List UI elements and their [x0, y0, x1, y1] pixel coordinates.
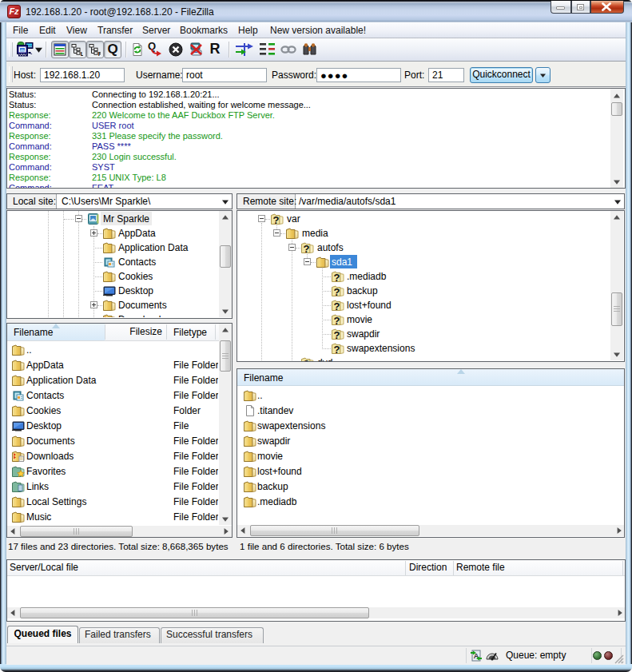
svg-text:L: L	[81, 50, 83, 57]
svg-text:F: F	[98, 50, 101, 57]
